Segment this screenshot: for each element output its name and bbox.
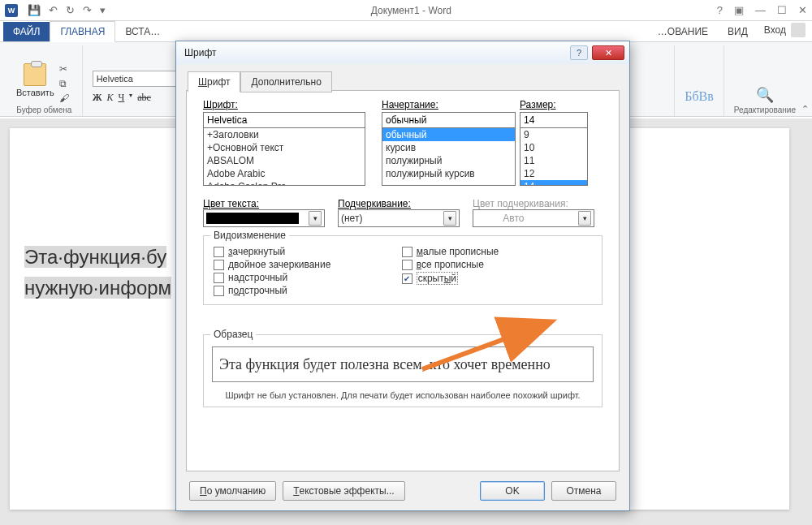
dialog-title: Шрифт	[184, 47, 570, 58]
customize-qat-icon[interactable]: ▾	[100, 4, 106, 16]
styles-gallery[interactable]: БбВв	[685, 89, 714, 104]
checkbox-smallcaps[interactable]: малые прописные	[402, 246, 587, 257]
size-input[interactable]	[520, 112, 588, 128]
sign-in[interactable]: Вход	[758, 19, 812, 41]
maximize-icon[interactable]: ☐	[777, 4, 787, 16]
list-item[interactable]: курсив	[382, 141, 515, 154]
checkbox-superscript[interactable]: надстрочный	[214, 272, 399, 283]
group-label-editing: Редактирование	[734, 105, 796, 114]
document-title: Документ1 - Word	[106, 5, 717, 16]
tab-file[interactable]: ФАЙЛ	[3, 22, 50, 41]
ribbon-display-icon[interactable]: ▣	[734, 4, 744, 16]
dialog-button-row: По умолчанию Текстовые эффекты... OK Отм…	[189, 481, 616, 501]
title-bar: W 💾 ↶ ↻ ↷ ▾ Документ1 - Word ? ▣ — ☐ ✕	[0, 0, 812, 21]
group-clipboard: Вставить ✂ ⧉ 🖌 Буфер обмена	[6, 45, 83, 116]
list-item[interactable]: 12	[520, 167, 587, 180]
minimize-icon[interactable]: —	[755, 4, 766, 16]
sample-group: Образец Эта функция будет полезна всем, …	[203, 334, 603, 407]
list-item[interactable]: полужирный курсив	[382, 167, 515, 180]
effects-legend: Видоизменение	[210, 230, 289, 241]
text-line-1a: Эта·функция·бу	[24, 246, 166, 268]
size-column: Размер: 9 10 11 12 14	[520, 99, 588, 186]
italic-button[interactable]: К	[107, 92, 114, 104]
group-styles: БбВв	[674, 45, 724, 116]
list-item[interactable]: +Заголовки	[204, 128, 365, 141]
underline-color-value: Авто	[503, 213, 524, 224]
bold-button[interactable]: Ж	[93, 92, 102, 104]
group-label-clipboard: Буфер обмена	[16, 105, 71, 114]
undo-icon[interactable]: ↶	[49, 4, 58, 16]
label-color: Цвет текста:	[203, 198, 325, 209]
paste-button[interactable]: Вставить	[16, 88, 54, 97]
format-painter-icon[interactable]: 🖌	[59, 93, 72, 104]
tab-view[interactable]: ВИД	[718, 22, 758, 41]
button-cancel[interactable]: Отмена	[551, 481, 616, 501]
strike-button[interactable]: abc	[137, 92, 151, 104]
save-icon[interactable]: 💾	[28, 4, 41, 16]
group-editing: 🔍 Редактирование	[724, 45, 806, 116]
list-item[interactable]: Adobe Arabic	[204, 167, 365, 180]
list-item[interactable]: обычный	[382, 128, 515, 141]
list-item[interactable]: 11	[520, 154, 587, 167]
copy-icon[interactable]: ⧉	[59, 78, 72, 89]
dialog-close-button[interactable]: ✕	[592, 45, 624, 60]
underline-color-dropdown: Авто▾	[473, 209, 594, 227]
user-icon	[791, 23, 806, 37]
checkbox-hidden[interactable]: ✔скрытый	[402, 272, 587, 285]
window-controls: ? ▣ — ☐ ✕	[717, 4, 807, 16]
font-list[interactable]: +Заголовки +Основной текст ABSALOM Adobe…	[203, 127, 365, 186]
clipboard-icon	[24, 63, 46, 86]
tab-font-label: рифт	[207, 76, 230, 88]
font-dialog: Шрифт ? ✕ Шрифт Дополнительно Шрифт: +За…	[175, 41, 630, 511]
chevron-down-icon: ▾	[578, 211, 591, 226]
tab-font-page[interactable]: Шрифт	[188, 71, 240, 93]
sample-note: Шрифт не был установлен. Для печати буде…	[212, 390, 594, 400]
checkbox-double-strike[interactable]: двойное зачеркивание	[214, 259, 399, 270]
underline-button[interactable]: Ч	[118, 92, 124, 104]
dialog-help-button[interactable]: ?	[570, 45, 588, 60]
tab-insert[interactable]: ВСТА…	[115, 22, 170, 41]
list-item[interactable]: ABSALOM	[204, 154, 365, 167]
label-font: Шрифт:	[203, 99, 365, 110]
style-input[interactable]	[382, 112, 516, 128]
button-ok[interactable]: OK	[480, 481, 545, 501]
cut-icon[interactable]: ✂	[59, 63, 72, 75]
chevron-down-icon[interactable]: ▾	[129, 92, 132, 104]
sample-preview: Эта функция будет полезна всем, кто хоче…	[212, 346, 594, 382]
color-dropdown[interactable]: ▾	[203, 209, 325, 227]
style-column: Начертание: обычный курсив полужирный по…	[382, 99, 516, 186]
font-column: Шрифт: +Заголовки +Основной текст ABSALO…	[203, 99, 365, 186]
checkbox-allcaps[interactable]: все прописные	[402, 259, 587, 270]
button-default[interactable]: По умолчанию	[189, 481, 276, 501]
close-icon[interactable]: ✕	[798, 4, 807, 16]
dialog-titlebar[interactable]: Шрифт ? ✕	[176, 41, 629, 64]
size-list[interactable]: 9 10 11 12 14	[520, 127, 588, 186]
font-name-value: Helvetica	[97, 74, 133, 84]
word-icon: W	[5, 4, 18, 17]
color-swatch	[206, 213, 299, 224]
redo-icon[interactable]: ↷	[83, 4, 92, 16]
checkbox-strike[interactable]: зачеркнутый	[214, 246, 399, 257]
tab-review[interactable]: …ОВАНИЕ	[648, 22, 718, 41]
button-text-effects[interactable]: Текстовые эффекты...	[283, 481, 405, 501]
list-item[interactable]: полужирный	[382, 154, 515, 167]
list-item[interactable]: +Основной текст	[204, 141, 365, 154]
style-list[interactable]: обычный курсив полужирный полужирный кур…	[382, 127, 516, 186]
help-icon[interactable]: ?	[717, 4, 723, 16]
checkbox-subscript[interactable]: подстрочный	[214, 285, 399, 296]
ribbon-collapse-icon[interactable]: ⌃	[801, 104, 809, 114]
list-item[interactable]: 10	[520, 141, 587, 154]
list-item[interactable]: 14	[520, 180, 587, 186]
list-item[interactable]: 9	[520, 128, 587, 141]
list-item[interactable]: Adobe Caslon Pro	[204, 180, 365, 186]
ribbon-tab-strip: ФАЙЛ ГЛАВНАЯ ВСТА… …ОВАНИЕ ВИД Вход	[0, 21, 812, 42]
repeat-icon[interactable]: ↻	[66, 4, 75, 16]
underline-dropdown[interactable]: (нет)▾	[338, 209, 460, 227]
tab-home[interactable]: ГЛАВНАЯ	[50, 21, 115, 42]
font-input[interactable]	[203, 112, 365, 128]
chevron-down-icon: ▾	[443, 211, 456, 226]
quick-access-toolbar: 💾 ↶ ↻ ↷ ▾	[28, 4, 106, 16]
find-icon[interactable]: 🔍	[756, 86, 774, 104]
label-size: Размер:	[520, 99, 588, 110]
tab-advanced-page[interactable]: Дополнительно	[240, 71, 331, 93]
